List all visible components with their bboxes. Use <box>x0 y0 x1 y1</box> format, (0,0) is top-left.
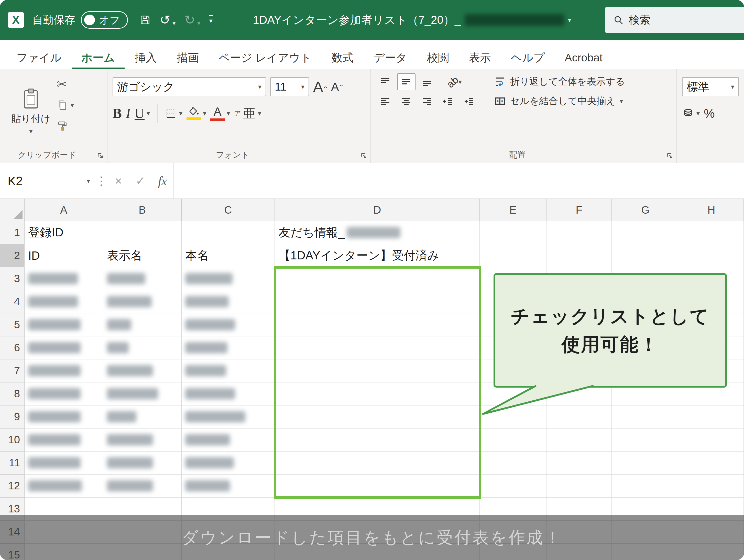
cell-A4[interactable] <box>25 290 103 313</box>
dialog-launcher-icon[interactable] <box>666 152 673 160</box>
row-header-11[interactable]: 11 <box>0 451 25 475</box>
cell-C6[interactable] <box>182 336 275 360</box>
cell-D4[interactable] <box>275 290 480 313</box>
row-header-10[interactable]: 10 <box>0 428 25 451</box>
cell-D11[interactable] <box>275 451 480 475</box>
row-header-2[interactable]: 2 <box>0 244 25 267</box>
column-header-F[interactable]: F <box>547 199 612 221</box>
tab-review[interactable]: 校閲 <box>417 46 459 69</box>
tab-acrobat[interactable]: Acrobat <box>555 46 612 69</box>
align-bottom-button[interactable] <box>418 73 437 90</box>
cell-A6[interactable] <box>25 336 103 360</box>
chevron-down-icon[interactable]: ▾ <box>568 16 571 23</box>
tab-data[interactable]: データ <box>364 46 417 69</box>
cell-E10[interactable] <box>480 428 547 451</box>
cell-F12[interactable] <box>547 475 612 497</box>
dialog-launcher-icon[interactable] <box>97 152 104 160</box>
cell-B2[interactable]: 表示名 <box>103 244 182 267</box>
cancel-icon[interactable]: × <box>107 163 129 198</box>
font-color-button[interactable]: A ▾ <box>210 106 230 121</box>
font-name-select[interactable]: 游ゴシック ▾ <box>113 77 266 96</box>
fill-color-button[interactable]: ▾ <box>187 107 206 120</box>
tab-help[interactable]: ヘルプ <box>501 46 554 69</box>
cell-B12[interactable] <box>103 475 182 497</box>
cell-D3[interactable] <box>275 267 480 290</box>
undo-button[interactable]: ↺ ▾ <box>160 13 176 26</box>
font-size-select[interactable]: 11 ▾ <box>270 77 309 96</box>
cell-A2[interactable]: ID <box>25 244 103 267</box>
cell-E9[interactable] <box>480 406 547 428</box>
cell-C10[interactable] <box>182 428 275 451</box>
enter-icon[interactable]: ✓ <box>129 163 151 198</box>
cell-C1[interactable] <box>182 221 275 244</box>
cell-D7[interactable] <box>275 360 480 382</box>
align-center-button[interactable] <box>397 94 415 110</box>
tab-draw[interactable]: 描画 <box>167 46 209 69</box>
column-header-C[interactable]: C <box>182 199 275 221</box>
number-format-select[interactable]: 標準 ▾ <box>682 77 739 96</box>
column-header-A[interactable]: A <box>25 199 103 221</box>
tab-file[interactable]: ファイル <box>7 46 71 69</box>
decrease-indent-button[interactable] <box>439 94 457 110</box>
column-header-H[interactable]: H <box>679 199 744 221</box>
tab-insert[interactable]: 挿入 <box>125 46 166 69</box>
paste-button[interactable]: 貼り付け ▾ <box>5 73 57 148</box>
chevron-down-icon[interactable]: ▾ <box>258 110 261 117</box>
cell-D12[interactable] <box>275 475 480 497</box>
cell-F11[interactable] <box>547 451 612 475</box>
cell-C5[interactable] <box>182 313 275 336</box>
cell-H1[interactable] <box>679 221 744 244</box>
orientation-button[interactable]: ab ▾ <box>439 73 470 90</box>
cell-D6[interactable] <box>275 336 480 360</box>
column-header-E[interactable]: E <box>480 199 547 221</box>
cell-G9[interactable] <box>612 406 679 428</box>
wrap-text-button[interactable]: 折り返して全体を表示する <box>494 73 625 90</box>
increase-indent-button[interactable] <box>460 94 478 110</box>
decrease-font-size-button[interactable]: A ˇ <box>331 81 343 92</box>
row-header-12[interactable]: 12 <box>0 475 25 497</box>
cell-C8[interactable] <box>182 382 275 406</box>
tab-home[interactable]: ホーム <box>72 46 124 69</box>
cell-F10[interactable] <box>547 428 612 451</box>
chevron-down-icon[interactable]: ▾ <box>179 110 182 117</box>
cell-B10[interactable] <box>103 428 182 451</box>
cell-D8[interactable] <box>275 382 480 406</box>
cell-G12[interactable] <box>612 475 679 497</box>
cell-D2[interactable]: 【1DAYインターン】受付済み <box>275 244 480 267</box>
cell-E2[interactable] <box>480 244 547 267</box>
cell-H12[interactable] <box>679 475 744 497</box>
chevron-down-icon[interactable]: ▾ <box>203 110 206 117</box>
quick-access-customize-icon[interactable]: ▾ <box>209 15 213 25</box>
row-header-1[interactable]: 1 <box>0 221 25 244</box>
cell-B11[interactable] <box>103 451 182 475</box>
autosave-toggle[interactable]: オフ <box>81 11 128 29</box>
cell-E1[interactable] <box>480 221 547 244</box>
cell-D5[interactable] <box>275 313 480 336</box>
chevron-down-icon[interactable]: ▾ <box>29 128 33 135</box>
cell-A11[interactable] <box>25 451 103 475</box>
select-all-button[interactable] <box>0 199 25 221</box>
format-painter-button[interactable] <box>57 118 74 134</box>
cell-C9[interactable] <box>182 406 275 428</box>
cell-C4[interactable] <box>182 290 275 313</box>
cell-B8[interactable] <box>103 382 182 406</box>
cell-E11[interactable] <box>480 451 547 475</box>
increase-font-size-button[interactable]: A ˆ <box>313 79 327 94</box>
column-header-G[interactable]: G <box>612 199 679 221</box>
chevron-down-icon[interactable]: ▾ <box>71 102 74 109</box>
cell-A9[interactable] <box>25 406 103 428</box>
formula-input[interactable] <box>174 163 744 198</box>
chevron-down-icon[interactable]: ▾ <box>87 178 90 184</box>
name-box[interactable]: K2 ▾ <box>0 163 95 198</box>
cell-H11[interactable] <box>679 451 744 475</box>
formula-bar-splitter[interactable]: ⋮ <box>95 163 107 198</box>
align-top-button[interactable] <box>376 73 395 90</box>
row-header-9[interactable]: 9 <box>0 406 25 428</box>
phonetic-guide-button[interactable]: ア 亜 ▾ <box>234 105 261 122</box>
document-title[interactable]: 1DAYインターン参加者リスト（7_20）_ ▾ <box>219 12 605 28</box>
cell-D1[interactable]: 友だち情報_ <box>275 221 480 244</box>
align-right-button[interactable] <box>418 94 437 110</box>
cell-B7[interactable] <box>103 360 182 382</box>
row-header-7[interactable]: 7 <box>0 360 25 382</box>
row-header-5[interactable]: 5 <box>0 313 25 336</box>
